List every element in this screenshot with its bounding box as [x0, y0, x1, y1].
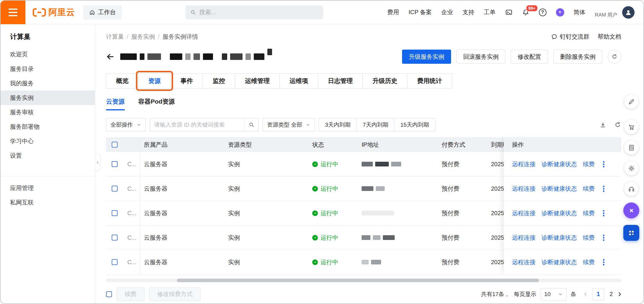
- diagnose-health-link[interactable]: 诊断健康状态: [541, 160, 577, 168]
- gear-icon[interactable]: [624, 161, 638, 175]
- more-actions-icon[interactable]: [603, 164, 604, 165]
- tab-ops-management[interactable]: 运维管理: [235, 73, 280, 89]
- sidebar-item-service-review[interactable]: 服务审核: [1, 105, 95, 120]
- tab-cost-statistics[interactable]: 费用统计: [407, 73, 452, 89]
- subtab-cloud-resources[interactable]: 云资源: [106, 97, 125, 110]
- nav-billing[interactable]: 费用: [387, 8, 399, 16]
- sidebar-item-app-management[interactable]: 应用管理: [1, 181, 95, 195]
- resource-type-dropdown[interactable]: 资源类型 全部: [263, 118, 315, 131]
- sidebar-item-service-catalog[interactable]: 服务目录: [1, 62, 95, 76]
- calculator-icon[interactable]: [624, 140, 638, 155]
- delete-instance-button[interactable]: 删除服务实例: [553, 50, 602, 64]
- tab-overview[interactable]: 概览: [106, 73, 139, 89]
- row-checkbox[interactable]: [112, 259, 118, 265]
- diagnose-health-link[interactable]: 诊断健康状态: [541, 185, 577, 193]
- page-1-button[interactable]: 1: [592, 288, 604, 300]
- back-button[interactable]: [106, 52, 115, 61]
- tab-monitoring[interactable]: 监控: [203, 73, 235, 89]
- remote-connect-link[interactable]: 远程连接: [512, 160, 536, 168]
- more-actions-icon[interactable]: [603, 213, 604, 214]
- expire-15days-button[interactable]: 15天内到期: [394, 118, 435, 131]
- horizontal-scrollbar-thumb[interactable]: [177, 279, 539, 282]
- per-page-select[interactable]: 10: [541, 288, 567, 300]
- row-checkbox[interactable]: [112, 210, 118, 216]
- nav-tickets[interactable]: 工单: [484, 8, 496, 16]
- nav-support[interactable]: 支持: [463, 8, 474, 16]
- global-search-input[interactable]: [199, 9, 318, 16]
- sidebar-item-service-artifacts[interactable]: 服务部署物: [1, 120, 95, 134]
- tab-events[interactable]: 事件: [170, 73, 203, 89]
- renew-link[interactable]: 续费: [583, 209, 595, 217]
- apps-grid-icon[interactable]: [623, 225, 639, 241]
- renew-link[interactable]: 续费: [583, 234, 595, 242]
- resource-search-button[interactable]: [245, 118, 258, 131]
- sidebar-collapse-handle[interactable]: ‹: [95, 153, 100, 171]
- sidebar-item-settings[interactable]: 设置: [1, 148, 95, 163]
- hamburger-menu-button[interactable]: [1, 1, 25, 24]
- footer-select-all-checkbox[interactable]: [106, 291, 112, 297]
- sidebar-item-service-instances[interactable]: 服务实例: [1, 91, 95, 105]
- renew-link[interactable]: 续费: [583, 185, 595, 193]
- tab-ops-items[interactable]: 运维项: [279, 73, 318, 89]
- resource-search-input[interactable]: [150, 122, 245, 128]
- sidebar-item-private-network[interactable]: 私网互联: [1, 195, 95, 210]
- upgrade-instance-button[interactable]: 升级服务实例: [402, 50, 451, 64]
- refresh-list-icon[interactable]: [614, 121, 621, 128]
- expert-service-icon[interactable]: [556, 8, 564, 17]
- breadcrumb-service-instances[interactable]: 服务实例: [131, 33, 155, 41]
- prev-page-button[interactable]: ‹: [584, 289, 587, 298]
- next-page-button[interactable]: ›: [618, 289, 621, 298]
- remote-connect-link[interactable]: 远程连接: [512, 209, 536, 217]
- rollback-instance-button[interactable]: 回滚服务实例: [456, 50, 505, 64]
- language-switcher[interactable]: 简体: [574, 8, 586, 16]
- bulk-actions-dropdown[interactable]: 全部操作: [106, 118, 146, 131]
- renew-button[interactable]: 续费: [117, 287, 144, 301]
- nav-enterprise[interactable]: 企业: [441, 8, 453, 16]
- cloud-shell-icon[interactable]: [505, 9, 513, 16]
- diagnose-health-link[interactable]: 诊断健康状态: [541, 209, 577, 217]
- remote-connect-link[interactable]: 远程连接: [512, 234, 536, 242]
- tab-log-management[interactable]: 日志管理: [318, 73, 363, 89]
- cell-product: 云服务器: [140, 258, 224, 266]
- more-actions-icon[interactable]: [603, 261, 604, 263]
- sidebar-item-learning-center[interactable]: 学习中心: [1, 134, 95, 148]
- total-count-label: 共有17条，: [481, 290, 510, 298]
- tab-upgrade-history[interactable]: 升级历史: [362, 73, 407, 89]
- notifications-bell-icon[interactable]: 99+: [522, 9, 529, 16]
- breadcrumb-compute-nest[interactable]: 计算巢: [106, 33, 124, 41]
- page-2-button[interactable]: 2: [609, 291, 613, 298]
- row-checkbox[interactable]: [112, 186, 118, 192]
- feedback-pencil-icon[interactable]: [624, 94, 638, 109]
- more-actions-icon[interactable]: [603, 237, 604, 238]
- workbench-button[interactable]: 工作台: [83, 5, 122, 19]
- modify-renew-button[interactable]: 修改续费方式: [149, 287, 201, 301]
- headset-support-icon[interactable]: [624, 182, 638, 196]
- modify-config-button[interactable]: 修改配置: [511, 50, 548, 64]
- expire-7days-button[interactable]: 7天内到期: [357, 118, 395, 131]
- select-all-checkbox[interactable]: [112, 142, 118, 148]
- subtab-pod-resources[interactable]: 容器Pod资源: [138, 97, 175, 110]
- sidebar-item-welcome[interactable]: 欢迎页: [1, 47, 95, 62]
- remote-connect-link[interactable]: 远程连接: [512, 258, 536, 266]
- help-docs-link[interactable]: 帮助文档: [598, 33, 621, 41]
- diagnose-health-link[interactable]: 诊断健康状态: [541, 234, 577, 242]
- cart-icon[interactable]: [624, 120, 638, 134]
- refresh-page-button[interactable]: [608, 50, 621, 63]
- nav-icp[interactable]: ICP 备案: [409, 8, 432, 16]
- purple-assistant-icon[interactable]: [623, 202, 639, 218]
- row-checkbox[interactable]: [112, 235, 118, 241]
- tab-resources[interactable]: 资源: [138, 73, 171, 89]
- remote-connect-link[interactable]: 远程连接: [512, 185, 536, 193]
- diagnose-health-link[interactable]: 诊断健康状态: [541, 258, 577, 266]
- alibaba-cloud-logo[interactable]: 阿里云: [32, 6, 75, 18]
- download-icon[interactable]: [599, 121, 606, 128]
- renew-link[interactable]: 续费: [583, 160, 595, 168]
- more-actions-icon[interactable]: [603, 188, 604, 189]
- renew-link[interactable]: 续费: [583, 258, 595, 266]
- expire-3days-button[interactable]: 3天内到期: [319, 118, 357, 131]
- dingtalk-group-link[interactable]: 钉钉交流群: [551, 33, 589, 41]
- row-checkbox[interactable]: [112, 161, 118, 167]
- sidebar-item-my-services[interactable]: 我的服务: [1, 76, 95, 91]
- help-icon[interactable]: ?: [539, 9, 547, 16]
- user-avatar[interactable]: [622, 6, 635, 19]
